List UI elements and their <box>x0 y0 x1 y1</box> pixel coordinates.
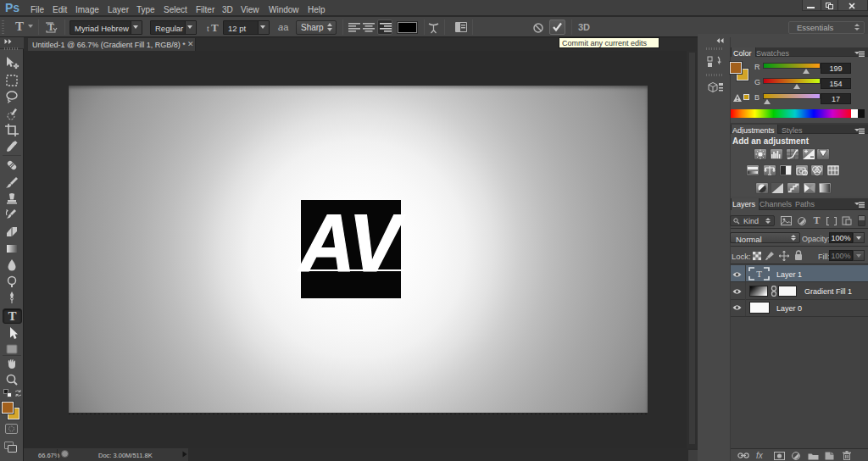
svg-text:T: T <box>211 21 219 34</box>
svg-text:T: T <box>756 269 762 279</box>
svg-text:t: t <box>207 24 209 33</box>
